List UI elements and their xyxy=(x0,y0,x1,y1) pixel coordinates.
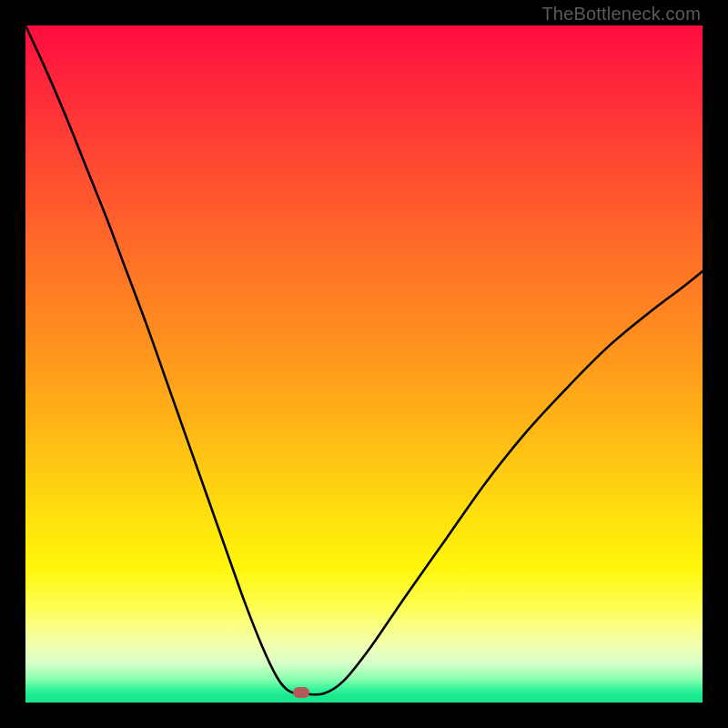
chart-frame: TheBottleneck.com xyxy=(0,0,728,728)
bottleneck-curve xyxy=(25,25,703,703)
optimal-point-marker xyxy=(293,687,309,698)
plot-area xyxy=(25,25,703,703)
watermark-text: TheBottleneck.com xyxy=(541,4,701,25)
